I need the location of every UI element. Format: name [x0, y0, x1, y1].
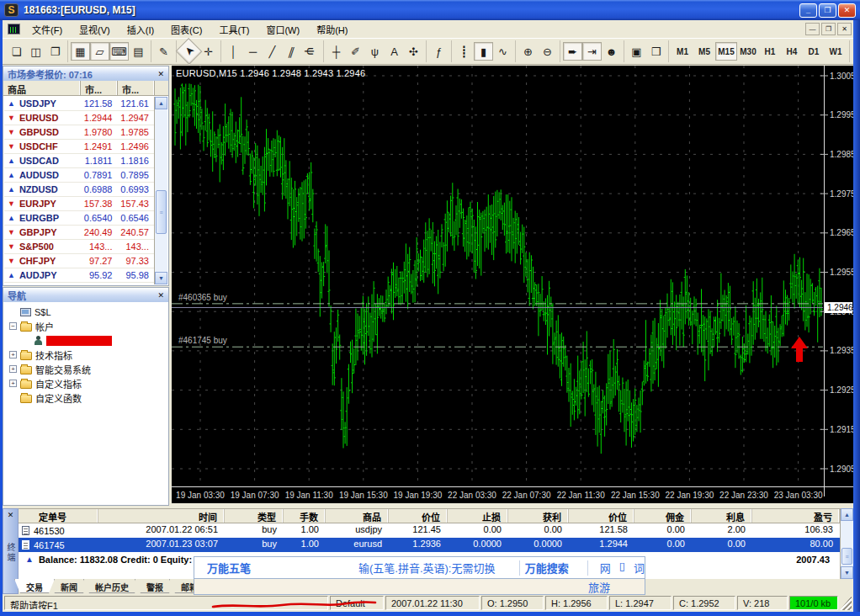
new-order-icon[interactable]: ✎ [154, 42, 173, 61]
window-list-icon[interactable]: ❒ [646, 42, 666, 61]
child-close-button[interactable]: ✕ [837, 23, 852, 35]
fibonacci-icon[interactable]: ψ [302, 42, 321, 61]
order-row[interactable]: 4617452007.01.23 03:07buy1.00eurusd1.293… [19, 538, 840, 552]
timeframe-H4[interactable]: H4 [781, 42, 803, 61]
price-chart[interactable]: EURUSD,M15 1.2946 1.2948 1.2943 1.2946 #… [172, 66, 853, 503]
ime-name[interactable]: 万能五笔 [194, 560, 358, 576]
candlestick-chart-icon[interactable]: ▮ [474, 42, 493, 61]
terminal-header-5[interactable]: 价位 [389, 509, 448, 523]
navigator-icon[interactable]: ▱ [90, 42, 109, 61]
timeframe-M1[interactable]: M1 [672, 42, 693, 61]
navigator-item[interactable]: 自定义函数 [3, 390, 168, 405]
terminal-header-9[interactable]: 佣金 [634, 509, 692, 523]
chart-canvas[interactable]: #460365 buy#461745 buy1.30051.29951.2985… [172, 66, 853, 503]
minimize-button[interactable]: _ [799, 3, 817, 18]
scroll-up-icon[interactable]: ▲ [841, 508, 853, 521]
menu-item-0[interactable]: 文件(F) [24, 20, 71, 39]
terminal-header-11[interactable]: 盈亏 [752, 509, 840, 523]
market-watch-row[interactable]: ▲AUDUSD0.78910.7895 [4, 168, 154, 183]
vertical-line-icon[interactable]: │ [224, 42, 243, 61]
navigator-root[interactable]: S$L [3, 305, 168, 319]
andrews-pitchfork-icon[interactable]: ψ [365, 42, 385, 61]
terminal-header-6[interactable]: 止损 [448, 509, 508, 523]
ime-candidate[interactable]: 旅游 [588, 579, 610, 595]
market-watch-row[interactable]: ▼EURJPY157.38157.43 [4, 197, 154, 211]
navigator-item[interactable] [17, 333, 168, 348]
indicators-icon[interactable]: ƒ [429, 42, 449, 61]
market-watch-header-2[interactable]: 市... [118, 81, 155, 95]
terminal-header-4[interactable]: 商品 [326, 509, 389, 523]
market-watch-row[interactable]: ▲AUDJPY95.9295.98 [4, 268, 154, 283]
scroll-thumb[interactable]: ≡ [156, 190, 167, 234]
print-icon[interactable]: ❐ [45, 42, 65, 61]
timeframe-D1[interactable]: D1 [803, 42, 825, 61]
scroll-thumb[interactable]: ≡ [841, 548, 852, 565]
menu-item-6[interactable]: 帮助(H) [308, 20, 356, 39]
market-watch-row[interactable]: ▼S&P500143...143... [4, 240, 154, 254]
draw-arrows-icon[interactable]: ✐ [346, 42, 365, 61]
collapse-icon[interactable]: − [9, 322, 17, 330]
ime-doc-icon[interactable]: ▯ [619, 560, 625, 576]
expert-advisors-icon[interactable]: ☻ [602, 42, 621, 61]
expand-icon[interactable]: + [9, 365, 17, 373]
market-watch-row[interactable]: ▲NZDUSD0.69880.6993 [4, 183, 154, 197]
tab-新闻[interactable]: 新闻 [49, 579, 89, 593]
line-chart-icon[interactable]: ∿ [493, 42, 512, 61]
auto-scroll-icon[interactable]: ➨ [563, 42, 582, 61]
ime-web-icon[interactable]: 网 [600, 560, 611, 576]
market-watch-row[interactable]: ▲EURGBP0.65400.6546 [4, 211, 154, 226]
navigator-item[interactable]: +智能交易系统 [3, 362, 168, 376]
save-icon[interactable]: ◫ [26, 42, 45, 61]
expand-icon[interactable]: + [9, 380, 17, 387]
child-restore-button[interactable]: ❐ [821, 23, 836, 35]
bar-chart-icon[interactable]: ┋ [454, 42, 474, 61]
terminal-close-icon[interactable]: ✕ [8, 511, 14, 519]
tab-帐户历史[interactable]: 帐户历史 [83, 579, 141, 593]
ime-word-icon[interactable]: 词 [634, 560, 645, 576]
market-watch-row[interactable]: ▼GBPJPY240.49240.57 [4, 226, 154, 240]
order-row[interactable]: 4615302007.01.22 06:51buy1.00usdjpy121.4… [19, 523, 840, 538]
close-button[interactable]: ✕ [838, 3, 856, 18]
market-watch-row[interactable]: ▲USDCAD1.18111.1816 [4, 154, 154, 168]
market-watch-icon[interactable]: ▦ [71, 42, 90, 61]
grid-icon[interactable]: ┼ [326, 42, 346, 61]
chart-shift-icon[interactable]: ⇥ [582, 42, 602, 61]
new-chart-icon[interactable]: ❏ [7, 42, 26, 61]
market-watch-row[interactable]: ▲USDJPY121.58121.61 [4, 97, 154, 111]
resize-grip[interactable] [840, 596, 852, 610]
horizontal-line-icon[interactable]: ─ [243, 42, 263, 61]
tab-交易[interactable]: 交易 [14, 579, 55, 593]
timeframe-M30[interactable]: M30 [737, 42, 759, 61]
market-watch-header-0[interactable]: 商品 [3, 81, 81, 95]
navigator-close-icon[interactable]: ✕ [157, 291, 164, 300]
zoom-out-icon[interactable]: ⊖ [538, 42, 557, 61]
arrow-styles-icon[interactable]: ✣ [404, 42, 423, 61]
menu-item-1[interactable]: 显视(V) [71, 20, 119, 39]
terminal-header-8[interactable]: 价位 [569, 509, 634, 523]
navigator-item[interactable]: +自定义指标 [3, 376, 168, 390]
terminal-header-7[interactable]: 获利 [508, 509, 569, 523]
scroll-up-icon[interactable]: ▲ [155, 97, 167, 109]
market-watch-scrollbar[interactable]: ▲ ≡ ▼ [154, 97, 167, 284]
properties-icon[interactable]: ▤ [129, 42, 148, 61]
equidistant-channel-icon[interactable]: ∥ [279, 42, 304, 61]
scroll-down-icon[interactable]: ▼ [155, 272, 167, 284]
terminal-header-10[interactable]: 利息 [692, 509, 752, 523]
terminal-icon[interactable]: ⌨ [109, 42, 129, 61]
scroll-down-icon[interactable]: ▼ [841, 566, 853, 579]
market-watch-header-1[interactable]: 市... [81, 81, 118, 95]
market-watch-row[interactable]: ▼GBPUSD1.97801.9785 [4, 125, 154, 140]
timeframe-M5[interactable]: M5 [693, 42, 715, 61]
terminal-header-2[interactable]: 类型 [225, 509, 284, 523]
maximize-button[interactable]: ❐ [819, 3, 836, 18]
child-minimize-button[interactable]: — [805, 23, 820, 35]
terminal-scrollbar[interactable]: ▲ ≡ ▼ [840, 508, 853, 579]
new-chart-window-icon[interactable]: ▣ [627, 42, 646, 61]
text-icon[interactable]: A [385, 42, 404, 61]
timeframe-H1[interactable]: H1 [759, 42, 781, 61]
terminal-header-0[interactable]: 定单号 [19, 509, 98, 523]
terminal-header-3[interactable]: 手数 [284, 509, 326, 523]
timeframe-W1[interactable]: W1 [825, 42, 847, 61]
chart-window-icon[interactable] [8, 24, 20, 35]
market-watch-close-icon[interactable]: ✕ [157, 70, 164, 78]
